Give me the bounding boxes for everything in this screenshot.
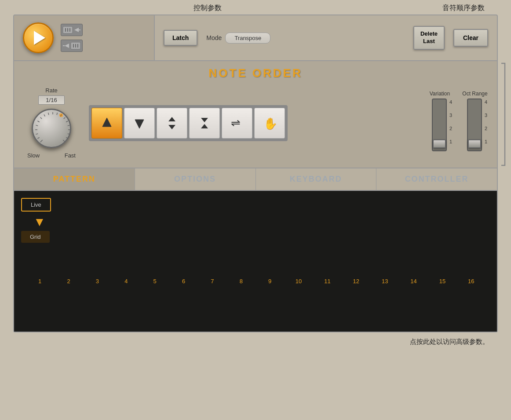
mode-label: Mode — [206, 34, 222, 41]
dir-btn-down[interactable] — [124, 108, 155, 139]
control-params-annotation: 控制参数 — [193, 4, 222, 13]
knob-container — [29, 106, 73, 150]
svg-line-26 — [68, 125, 70, 126]
svg-line-20 — [48, 113, 49, 115]
step-16: 16 — [467, 278, 475, 285]
step-3: 3 — [93, 278, 102, 285]
step-11: 11 — [323, 278, 332, 285]
clear-button[interactable]: Clear — [453, 29, 488, 47]
step-15: 15 — [438, 278, 447, 285]
svg-marker-34 — [168, 125, 175, 129]
svg-marker-4 — [74, 28, 79, 32]
step-numbers: 1 2 3 4 5 6 7 8 9 10 11 12 13 14 15 16 — [21, 278, 490, 285]
note-order-params-annotation: 音符顺序参数 — [442, 4, 485, 13]
note-order-section: NOTE ORDER Rate 1/16 — [14, 61, 497, 168]
rate-area: Rate 1/16 — [23, 87, 80, 159]
dir-btn-manual[interactable]: ✋ — [254, 108, 285, 139]
dir-btn-random[interactable]: ⇌ — [222, 108, 252, 139]
svg-line-22 — [57, 113, 57, 115]
latch-button[interactable]: Latch — [164, 30, 197, 46]
svg-line-24 — [64, 117, 66, 119]
step-1: 1 — [36, 278, 44, 285]
svg-marker-32 — [135, 120, 144, 128]
step-10: 10 — [294, 278, 303, 285]
variation-slider-group: Variation 4 3 2 1 — [427, 91, 453, 156]
live-button[interactable]: Live — [21, 198, 51, 212]
tab-controller[interactable]: CONTROLLER — [376, 168, 497, 190]
rate-knob[interactable] — [32, 109, 71, 148]
svg-marker-35 — [201, 118, 208, 122]
step-14: 14 — [409, 278, 418, 285]
note-order-content: Rate 1/16 — [23, 87, 488, 159]
dir-btn-updown[interactable] — [157, 108, 187, 139]
step-6: 6 — [179, 278, 188, 285]
svg-line-25 — [66, 121, 68, 122]
arrow-down-icon: ▼ — [33, 215, 490, 229]
tab-pattern[interactable]: PATTERN — [14, 168, 135, 190]
step-4: 4 — [122, 278, 131, 285]
main-container: Latch Mode Transpose DeleteLast Clear NO… — [13, 15, 498, 332]
play-button[interactable] — [23, 22, 54, 53]
step-5: 5 — [150, 278, 159, 285]
step-13: 13 — [380, 278, 389, 285]
svg-text:✋: ✋ — [263, 117, 277, 131]
dir-btn-converge[interactable] — [189, 108, 220, 139]
oct-range-slider-group: Oct Range 4 3 2 1 — [462, 91, 488, 156]
svg-line-19 — [44, 114, 45, 116]
svg-line-23 — [61, 114, 62, 116]
variation-label: Variation — [430, 91, 450, 97]
svg-marker-7 — [65, 44, 69, 48]
svg-line-18 — [40, 117, 42, 119]
bottom-annotation: 点按此处以访问高级参数。 — [0, 332, 511, 350]
rate-label: Rate — [45, 87, 57, 94]
svg-marker-31 — [102, 118, 111, 127]
svg-line-17 — [37, 121, 39, 122]
note-order-title: NOTE ORDER — [23, 66, 488, 80]
svg-line-29 — [66, 138, 68, 139]
top-section: Latch Mode Transpose DeleteLast Clear — [14, 15, 497, 61]
midi-icons — [61, 24, 83, 52]
svg-line-14 — [36, 134, 38, 134]
tab-options[interactable]: OPTIONS — [135, 168, 256, 190]
svg-marker-36 — [201, 124, 208, 128]
mode-section: Mode Transpose — [206, 33, 270, 44]
step-12: 12 — [352, 278, 361, 285]
svg-line-30 — [63, 140, 65, 142]
rate-value: 1/16 — [38, 95, 65, 105]
tab-keyboard[interactable]: KEYBOARD — [256, 168, 377, 190]
delete-last-button[interactable]: DeleteLast — [413, 26, 445, 50]
sliders-area: Variation 4 3 2 1 Oct R — [427, 91, 488, 156]
svg-marker-33 — [168, 117, 175, 121]
svg-text:⇌: ⇌ — [231, 116, 241, 129]
svg-line-12 — [40, 140, 43, 142]
svg-line-16 — [36, 125, 38, 126]
slow-fast-labels: Slow Fast — [27, 152, 76, 159]
tabs-section: PATTERN OPTIONS KEYBOARD CONTROLLER — [14, 168, 497, 191]
midi-icon-2[interactable] — [61, 40, 83, 52]
step-8: 8 — [237, 278, 245, 285]
oct-range-label: Oct Range — [462, 91, 487, 97]
pattern-content: Live ▼ Grid 1 2 3 4 5 6 7 8 9 10 11 12 1… — [14, 191, 497, 332]
mode-value[interactable]: Transpose — [225, 33, 270, 44]
direction-buttons: ⇌ ✋ — [89, 105, 288, 141]
step-9: 9 — [266, 278, 274, 285]
controls-area: Latch Mode Transpose DeleteLast Clear — [155, 15, 497, 60]
step-2: 2 — [64, 278, 73, 285]
svg-line-13 — [37, 138, 39, 139]
slow-label: Slow — [27, 152, 40, 159]
svg-line-28 — [68, 134, 70, 134]
dir-btn-up[interactable] — [91, 108, 122, 139]
grid-button[interactable]: Grid — [21, 231, 50, 243]
fast-label: Fast — [65, 152, 76, 159]
midi-icon-1[interactable] — [61, 24, 83, 36]
step-7: 7 — [208, 278, 217, 285]
play-area — [14, 15, 155, 60]
